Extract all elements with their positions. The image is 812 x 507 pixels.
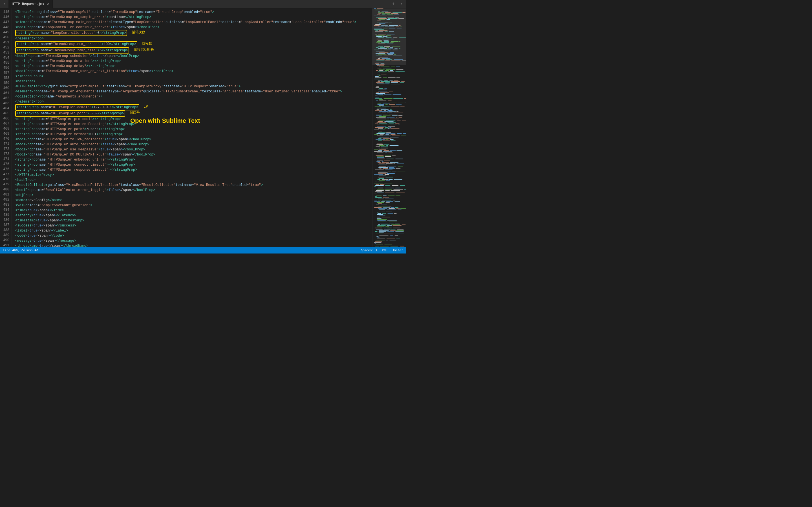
code-line: <elementProp name="HTTPSampler.Arguments… [15,89,372,94]
line-number: 487 [0,223,11,228]
code-line: </elementProp> [15,36,372,41]
code-line: <boolProp name="HTTPSampler.auto_redirec… [15,142,372,147]
code-line: <time>true</span></time> [15,208,372,213]
code-line: <name>saveConfig</name> [15,198,372,203]
code-line: <message>true</span></message> [15,238,372,243]
code-annotation: 端口号 [130,110,140,115]
line-number: 446 [0,15,11,20]
code-line: <HTTPSamplerProxy guiclass="HttpTestSamp… [15,84,372,89]
line-number: 473 [0,152,11,157]
code-line: <stringProp name="HTTPSampler.connect_ti… [15,162,372,167]
code-editor[interactable]: 4454464474484494504514524534544554564574… [0,8,372,247]
line-number: 482 [0,197,11,202]
active-tab[interactable]: HTTP Request.jmx ✕ [8,0,53,8]
code-line: <ThreadGroup guiclass="ThreadGroupGui" t… [15,10,372,15]
line-number: 461 [0,91,11,96]
line-number: 451 [0,40,11,45]
line-number: 480 [0,187,11,192]
code-line: <hashTree> [15,79,372,84]
line-number: 476 [0,167,11,172]
code-line: <stringProp name="HTTPSampler.embedded_u… [15,157,372,162]
line-number: 455 [0,60,11,65]
line-number: 460 [0,86,11,91]
line-number: 468 [0,126,11,131]
line-number: 490 [0,238,11,243]
highlighted-code: <stringProp name="LoopController.loops">… [15,30,127,36]
line-number: 469 [0,131,11,136]
status-filetype: Jmeter [392,249,403,252]
highlighted-code: <stringProp name="ThreadGroup.num_thread… [15,41,137,47]
tab-nav-left[interactable]: ‹ [0,0,8,8]
line-number: 484 [0,207,11,212]
line-number: 459 [0,80,11,86]
line-number: 466 [0,116,11,121]
status-right: Spaces: 2 XML Jmeter [361,249,403,252]
line-number: 486 [0,217,11,223]
tab-close-button[interactable]: ✕ [47,2,49,6]
line-number: 457 [0,70,11,75]
minimap-canvas [372,8,406,247]
line-number: 474 [0,157,11,162]
code-line: <stringProp name="ThreadGroup.duration">… [15,59,372,64]
highlighted-code: <stringProp name="ThreadGroup.ramp_time"… [15,47,129,54]
line-number: 445 [0,10,11,15]
app: ‹ HTTP Request.jmx ✕ + › 445446447448449… [0,0,406,253]
line-number: 485 [0,212,11,217]
code-line: <code>true</span></code> [15,233,372,238]
code-line: <stringProp name="HTTPSampler.contentEnc… [15,122,372,127]
code-line: <stringProp name="ThreadGroup.num_thread… [15,41,372,47]
line-number: 475 [0,162,11,167]
code-line: <ResultCollector guiclass="ViewResultsFu… [15,182,372,187]
code-line: <collectionProp name="Arguments.argument… [15,94,372,99]
code-line: </elementProp> [15,99,372,104]
line-number: 470 [0,136,11,142]
code-line: <boolProp name="LoopController.continue_… [15,25,372,30]
code-line: </ThreadGroup> [15,74,372,79]
tab-add-button[interactable]: + [389,0,398,8]
minimap [372,8,406,247]
line-number: 464 [0,106,11,111]
status-encoding: XML [382,249,388,252]
code-line: <threadName>true</span></threadName> [15,243,372,247]
line-number: 447 [0,20,11,25]
tab-bar: ‹ HTTP Request.jmx ✕ + › [0,0,406,8]
code-annotation: 线程启动时长 [134,47,154,52]
code-line: <boolProp name="HTTPSampler.use_keepaliv… [15,147,372,152]
code-line: <boolProp name="ResultCollector.error_lo… [15,187,372,193]
line-number: 491 [0,243,11,247]
line-number: 453 [0,50,11,55]
code-line: <elementProp name="ThreadGroup.main_cont… [15,20,372,25]
code-line: <timestamp>true</span></timestamp> [15,218,372,223]
line-number: 452 [0,45,11,50]
code-line: <stringProp name="HTTPSampler.response_t… [15,167,372,172]
main-area: 4454464474484494504514524534544554564574… [0,8,406,247]
code-line: <stringProp name="ThreadGroup.delay"></s… [15,64,372,69]
code-line: <boolProp name="ThreadGroup.scheduler">f… [15,54,372,59]
line-number: 478 [0,177,11,182]
code-container: 4454464474484494504514524534544554564574… [0,8,372,247]
line-number: 449 [0,30,11,35]
tab-nav-right[interactable]: › [398,0,406,8]
code-line: <hashTree> [15,177,372,182]
code-line: <boolProp name="HTTPSampler.DO_MULTIPART… [15,152,372,157]
code-line: <objProp> [15,193,372,198]
code-line: <value class="SampleSaveConfiguration"> [15,203,372,208]
code-annotation: IP [144,104,148,109]
line-number: 454 [0,55,11,60]
code-line: <stringProp name="HTTPSampler.protocol">… [15,117,372,122]
line-number: 472 [0,147,11,152]
code-line: <stringProp name="HTTPSampler.method">GE… [15,132,372,137]
code-line: <stringProp name="HTTPSampler.port">8080… [15,110,372,117]
line-number: 465 [0,111,11,116]
line-number: 479 [0,182,11,187]
code-annotation: 线程数 [142,41,152,46]
tab-label: HTTP Request.jmx [12,2,44,6]
line-number: 462 [0,96,11,101]
line-number: 458 [0,75,11,80]
line-number: 471 [0,142,11,147]
highlighted-code: <stringProp name="HTTPSampler.port">8080… [15,110,125,117]
line-number: 456 [0,65,11,70]
code-line: <boolProp name="HTTPSampler.follow_redir… [15,137,372,142]
line-number: 463 [0,101,11,106]
line-number: 489 [0,233,11,238]
